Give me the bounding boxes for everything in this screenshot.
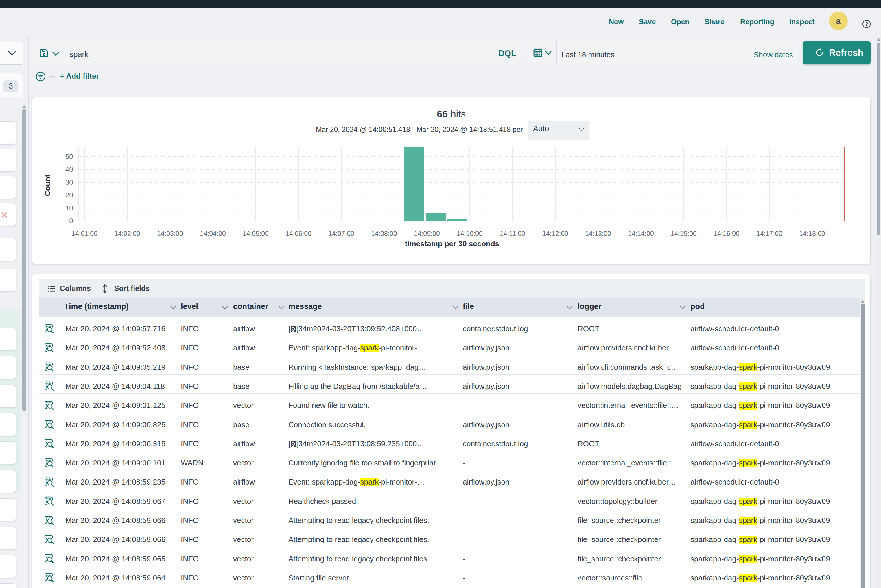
svg-text:14:11:00: 14:11:00 [500,230,525,237]
svg-text:14:08:00: 14:08:00 [371,230,397,237]
svg-text:14:02:00: 14:02:00 [114,230,140,237]
svg-text:14:01:00: 14:01:00 [71,230,98,237]
svg-text:?: ? [865,21,868,27]
svg-text:14:18:00: 14:18:00 [799,230,825,237]
svg-text:14:15:00: 14:15:00 [671,230,697,237]
svg-text:50: 50 [65,153,73,160]
svg-text:14:04:00: 14:04:00 [200,230,226,237]
svg-text:14:05:00: 14:05:00 [243,230,269,237]
svg-text:14:13:00: 14:13:00 [585,230,611,237]
svg-text:20: 20 [65,191,73,199]
svg-text:14:09:00: 14:09:00 [414,230,440,237]
svg-text:14:12:00: 14:12:00 [542,230,568,237]
svg-text:14:10:00: 14:10:00 [457,230,483,237]
svg-text:14:17:00: 14:17:00 [756,230,782,237]
svg-text:14:07:00: 14:07:00 [328,230,354,237]
svg-text:40: 40 [65,165,73,173]
svg-text:14:14:00: 14:14:00 [628,230,654,237]
svg-text:Count: Count [43,174,52,196]
svg-text:0: 0 [69,217,73,225]
svg-text:30: 30 [65,178,73,186]
svg-text:14:16:00: 14:16:00 [714,230,740,237]
svg-text:14:03:00: 14:03:00 [157,230,183,237]
svg-text:10: 10 [65,204,73,212]
svg-text:14:06:00: 14:06:00 [286,230,311,237]
svg-text:timestamp per 30 seconds: timestamp per 30 seconds [405,239,499,248]
